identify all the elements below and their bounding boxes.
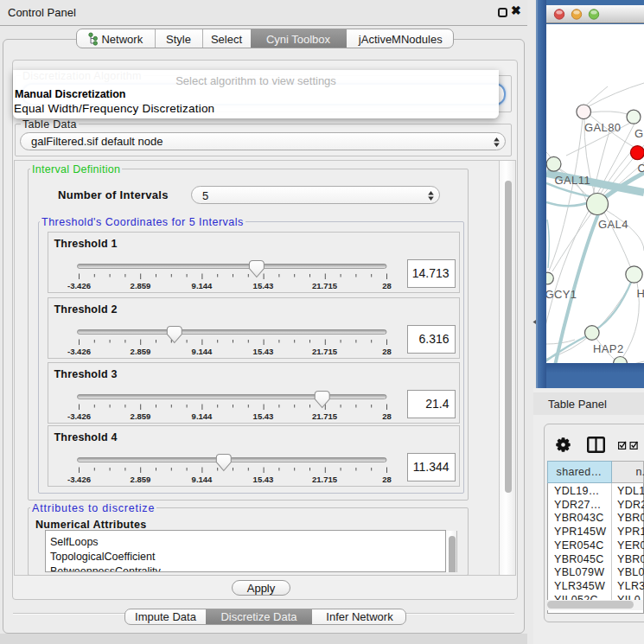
svg-text:C: C <box>638 162 644 175</box>
svg-text:GAL80: GAL80 <box>584 121 621 134</box>
svg-text:HAP2: HAP2 <box>593 342 624 355</box>
svg-text:GAL4: GAL4 <box>598 218 628 231</box>
svg-text:GAL11: GAL11 <box>555 174 591 187</box>
svg-text:GCY1: GCY1 <box>546 288 577 301</box>
svg-text:G.: G. <box>634 127 644 140</box>
svg-text:H: H <box>637 287 644 300</box>
